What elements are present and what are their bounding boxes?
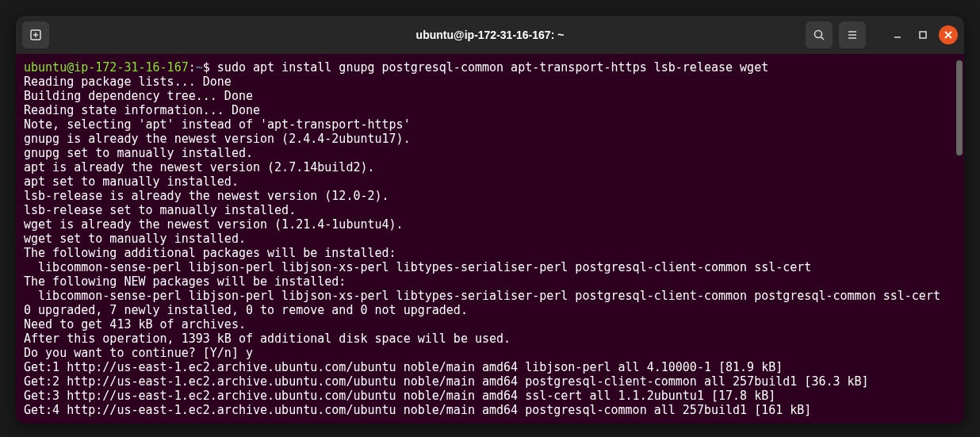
output-line: Reading package lists... Done (24, 75, 956, 89)
output-line: 0 upgraded, 7 newly installed, 0 to remo… (24, 303, 956, 317)
output-line: wget set to manually installed. (24, 232, 956, 246)
menu-button[interactable] (839, 21, 866, 48)
scrollbar-thumb[interactable] (956, 60, 963, 155)
titlebar-left-controls (22, 21, 49, 48)
output-line: apt set to manually installed. (24, 174, 956, 189)
svg-point-3 (815, 31, 822, 38)
output-line: Get:4 http://us-east-1.ec2.archive.ubunt… (24, 403, 956, 417)
prompt-line: ubuntu@ip-172-31-16-167:~$ sudo apt inst… (24, 60, 956, 75)
maximize-icon (917, 29, 928, 40)
output-line: Need to get 413 kB of archives. (24, 317, 956, 332)
output-line: Note, selecting 'apt' instead of 'apt-tr… (24, 117, 956, 132)
minimize-icon (892, 29, 903, 40)
search-button[interactable] (806, 21, 833, 48)
titlebar-right-controls (806, 21, 958, 48)
output-line: Building dependency tree... Done (24, 89, 956, 103)
maximize-button[interactable] (913, 25, 932, 44)
prompt-symbol: $ (203, 60, 210, 75)
prompt-user-host: ubuntu@ip-172-31-16-167 (24, 60, 189, 75)
svg-rect-9 (920, 32, 926, 38)
output-line: gnupg set to manually installed. (24, 146, 956, 160)
close-button[interactable] (939, 25, 958, 44)
output-line: wget is already the newest version (1.21… (24, 217, 956, 232)
terminal-window: ubuntu@ip-172-31-16-167: ~ (16, 16, 964, 424)
output-line: Reading state information... Done (24, 103, 956, 117)
output-line: gnupg is already the newest version (2.4… (24, 132, 956, 146)
output-line: Get:1 http://us-east-1.ec2.archive.ubunt… (24, 360, 956, 374)
new-tab-icon (29, 29, 42, 41)
output-line: lsb-release is already the newest versio… (24, 189, 956, 203)
output-line: Get:2 http://us-east-1.ec2.archive.ubunt… (24, 374, 956, 389)
output-line: The following NEW packages will be insta… (24, 274, 956, 289)
command-text: sudo apt install gnupg postgresql-common… (217, 60, 768, 75)
terminal-body[interactable]: ubuntu@ip-172-31-16-167:~$ sudo apt inst… (16, 54, 964, 424)
output-line: After this operation, 1393 kB of additio… (24, 332, 956, 346)
close-icon (944, 30, 953, 40)
output-line: Get:3 http://us-east-1.ec2.archive.ubunt… (24, 389, 956, 403)
titlebar: ubuntu@ip-172-31-16-167: ~ (16, 16, 964, 54)
window-title: ubuntu@ip-172-31-16-167: ~ (416, 29, 565, 41)
output-container: Reading package lists... DoneBuilding de… (24, 75, 956, 417)
hamburger-icon (846, 29, 859, 41)
prompt-path: ~ (196, 60, 203, 75)
output-line: libcommon-sense-perl libjson-perl libjso… (24, 289, 956, 303)
output-line: libcommon-sense-perl libjson-perl libjso… (24, 260, 956, 274)
output-line: lsb-release set to manually installed. (24, 203, 956, 217)
new-tab-button[interactable] (22, 21, 49, 48)
prompt-separator: : (189, 60, 196, 75)
svg-line-4 (821, 37, 825, 40)
output-line: Do you want to continue? [Y/n] y (24, 346, 956, 360)
output-line: The following additional packages will b… (24, 246, 956, 260)
output-line: apt is already the newest version (2.7.1… (24, 160, 956, 174)
search-icon (813, 29, 825, 41)
minimize-button[interactable] (888, 25, 907, 44)
